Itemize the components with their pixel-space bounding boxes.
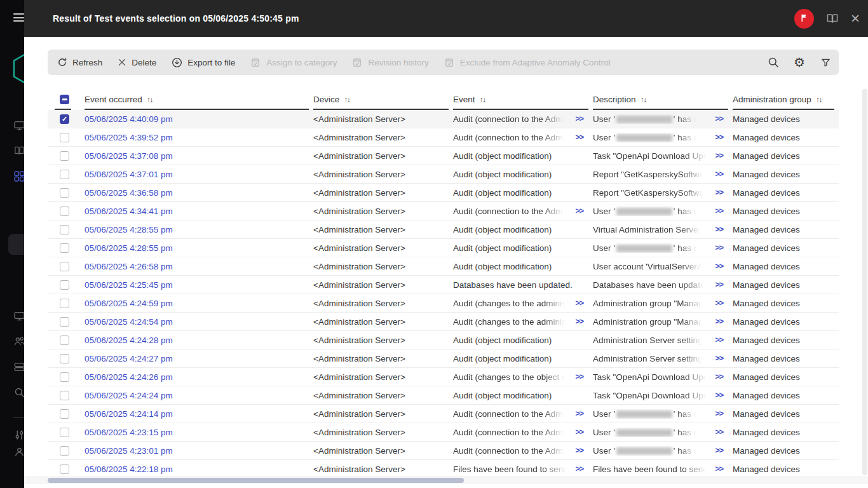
expand-event-link[interactable]: >> — [573, 372, 589, 381]
column-header-event[interactable]: Event↑↓ — [453, 89, 593, 110]
expand-description-link[interactable]: >> — [712, 280, 729, 289]
event-time-link[interactable]: 05/06/2025 4:28:55 pm — [85, 243, 173, 253]
event-time-link[interactable]: 05/06/2025 4:24:26 pm — [85, 372, 173, 382]
event-time-link[interactable]: 05/06/2025 4:24:28 pm — [85, 336, 173, 345]
event-time-link[interactable]: 05/06/2025 4:24:14 pm — [85, 409, 173, 419]
table-row[interactable]: 05/06/2025 4:39:52 pm<Administration Ser… — [48, 128, 839, 147]
expand-description-link[interactable]: >> — [712, 354, 729, 363]
library-book-icon[interactable] — [14, 146, 24, 157]
row-checkbox[interactable] — [60, 336, 69, 345]
event-time-link[interactable]: 05/06/2025 4:24:27 pm — [85, 354, 173, 363]
toolbar-button-refresh[interactable]: Refresh — [57, 57, 102, 67]
event-time-link[interactable]: 05/06/2025 4:25:45 pm — [85, 280, 173, 290]
expand-event-link[interactable]: >> — [573, 464, 589, 473]
assets-grid-icon[interactable] — [14, 171, 24, 182]
monitoring-icon[interactable] — [14, 120, 24, 132]
row-checkbox[interactable] — [60, 170, 69, 179]
row-checkbox[interactable] — [60, 243, 69, 253]
table-row[interactable]: 05/06/2025 4:37:01 pm<Administration Ser… — [48, 165, 839, 184]
table-row[interactable]: 05/06/2025 4:36:58 pm<Administration Ser… — [48, 184, 839, 202]
expand-event-link[interactable]: >> — [573, 446, 589, 455]
search-nav-icon[interactable] — [14, 387, 24, 398]
menu-icon[interactable] — [13, 13, 24, 24]
table-row[interactable]: 05/06/2025 4:26:58 pm<Administration Ser… — [48, 257, 839, 276]
table-row[interactable]: 05/06/2025 4:24:14 pm<Administration Ser… — [48, 405, 839, 423]
expand-description-link[interactable]: >> — [712, 428, 729, 437]
expand-event-link[interactable]: >> — [573, 409, 589, 418]
row-checkbox[interactable] — [60, 464, 69, 474]
column-header-description[interactable]: Description↑↓ — [593, 89, 733, 110]
table-row[interactable]: 05/06/2025 4:37:08 pm<Administration Ser… — [48, 147, 839, 165]
table-row[interactable]: 05/06/2025 4:28:55 pm<Administration Ser… — [48, 220, 839, 239]
expand-description-link[interactable]: >> — [712, 464, 729, 473]
toolbar-button-export-to-file[interactable]: Export to file — [172, 57, 235, 68]
event-time-link[interactable]: 05/06/2025 4:23:01 pm — [85, 446, 173, 456]
row-checkbox[interactable] — [60, 409, 69, 419]
event-time-link[interactable]: 05/06/2025 4:37:01 pm — [85, 170, 173, 179]
row-checkbox[interactable] — [60, 317, 69, 327]
expand-event-link[interactable]: >> — [573, 317, 589, 326]
expand-description-link[interactable]: >> — [712, 188, 729, 197]
table-row[interactable]: 05/06/2025 4:24:28 pm<Administration Ser… — [48, 331, 839, 349]
toolbar-button-delete[interactable]: Delete — [118, 58, 156, 67]
expand-description-link[interactable]: >> — [712, 170, 729, 179]
expand-event-link[interactable]: >> — [573, 114, 589, 123]
event-time-link[interactable]: 05/06/2025 4:24:54 pm — [85, 317, 173, 327]
column-header-administration-group[interactable]: Administration group↑↓ — [733, 89, 839, 110]
expand-description-link[interactable]: >> — [712, 207, 729, 215]
expand-description-link[interactable]: >> — [712, 391, 729, 400]
row-checkbox[interactable] — [60, 372, 69, 382]
table-row[interactable]: 05/06/2025 4:28:55 pm<Administration Ser… — [48, 239, 839, 257]
expand-description-link[interactable]: >> — [712, 114, 729, 123]
event-time-link[interactable]: 05/06/2025 4:36:58 pm — [85, 188, 173, 198]
expand-description-link[interactable]: >> — [712, 446, 729, 455]
active-nav-highlight[interactable] — [8, 234, 24, 255]
expand-description-link[interactable]: >> — [712, 409, 729, 418]
table-row[interactable]: 05/06/2025 4:23:15 pm<Administration Ser… — [48, 423, 839, 442]
event-time-link[interactable]: 05/06/2025 4:22:18 pm — [85, 464, 173, 474]
event-time-link[interactable]: 05/06/2025 4:24:24 pm — [85, 391, 173, 400]
expand-event-link[interactable]: >> — [573, 299, 589, 308]
expand-event-link[interactable]: >> — [573, 207, 589, 215]
help-book-icon[interactable] — [826, 13, 839, 24]
settings-icon[interactable]: ⚙ — [794, 57, 805, 68]
event-time-link[interactable]: 05/06/2025 4:40:09 pm — [85, 114, 173, 124]
row-checkbox[interactable] — [60, 262, 69, 271]
table-row[interactable]: 05/06/2025 4:24:24 pm<Administration Ser… — [48, 386, 839, 405]
expand-description-link[interactable]: >> — [712, 336, 729, 344]
event-time-link[interactable]: 05/06/2025 4:39:52 pm — [85, 133, 173, 142]
event-time-link[interactable]: 05/06/2025 4:24:59 pm — [85, 299, 173, 308]
row-checkbox[interactable] — [60, 188, 69, 198]
expand-description-link[interactable]: >> — [712, 317, 729, 326]
horizontal-scrollbar-thumb[interactable] — [48, 478, 464, 483]
servers-icon[interactable] — [14, 362, 24, 373]
row-checkbox[interactable] — [60, 446, 69, 456]
event-time-link[interactable]: 05/06/2025 4:34:41 pm — [85, 207, 173, 216]
vertical-scrollbar[interactable] — [862, 89, 867, 475]
event-time-link[interactable]: 05/06/2025 4:26:58 pm — [85, 262, 173, 271]
event-time-link[interactable]: 05/06/2025 4:37:08 pm — [85, 151, 173, 161]
expand-description-link[interactable]: >> — [712, 262, 729, 271]
row-checkbox[interactable] — [60, 299, 69, 308]
table-row[interactable]: 05/06/2025 4:24:26 pm<Administration Ser… — [48, 368, 839, 386]
row-checkbox[interactable] — [60, 428, 69, 437]
account-icon[interactable] — [14, 447, 24, 458]
table-row[interactable]: 05/06/2025 4:24:27 pm<Administration Ser… — [48, 349, 839, 368]
row-checkbox[interactable] — [60, 354, 69, 363]
row-checkbox[interactable] — [60, 151, 69, 161]
console-settings-icon[interactable] — [14, 430, 24, 441]
event-time-link[interactable]: 05/06/2025 4:23:15 pm — [85, 428, 173, 437]
expand-description-link[interactable]: >> — [712, 372, 729, 381]
notifications-flag-button[interactable] — [794, 9, 814, 29]
expand-description-link[interactable]: >> — [712, 225, 729, 234]
table-row[interactable]: 05/06/2025 4:34:41 pm<Administration Ser… — [48, 202, 839, 220]
horizontal-scrollbar-track[interactable] — [24, 476, 868, 484]
event-time-link[interactable]: 05/06/2025 4:28:55 pm — [85, 225, 173, 234]
column-header-event-occurred[interactable]: Event occurred↑↓ — [85, 89, 313, 110]
search-icon[interactable] — [768, 57, 779, 68]
table-row[interactable]: 05/06/2025 4:23:01 pm<Administration Ser… — [48, 442, 839, 460]
row-checkbox[interactable] — [60, 207, 69, 216]
expand-description-link[interactable]: >> — [712, 133, 729, 142]
expand-event-link[interactable]: >> — [573, 133, 589, 142]
expand-event-link[interactable]: >> — [573, 428, 589, 437]
